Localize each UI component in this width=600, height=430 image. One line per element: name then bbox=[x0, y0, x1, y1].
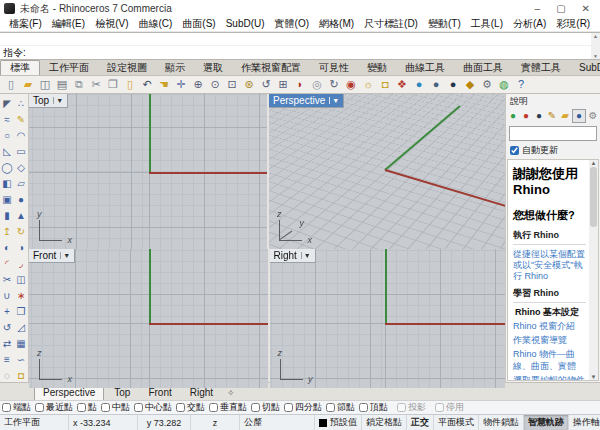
libraries-icon[interactable]: ▰ bbox=[559, 110, 571, 122]
viewport-front[interactable]: Front▼ zx bbox=[29, 249, 268, 388]
osnap-item[interactable]: 四分點 bbox=[284, 401, 322, 414]
close-button[interactable]: ✕ bbox=[582, 3, 590, 15]
chevron-down-icon[interactable]: ▼ bbox=[329, 97, 341, 104]
chevron-down-icon[interactable]: ▼ bbox=[53, 97, 65, 104]
select-arrow-icon[interactable]: ◤ bbox=[0, 95, 14, 111]
scroll-up-icon[interactable]: ▲ bbox=[591, 160, 597, 166]
osnap-checkbox[interactable] bbox=[2, 403, 11, 412]
polyline-icon[interactable]: ◺ bbox=[0, 143, 14, 159]
menu-item[interactable]: 曲線(C) bbox=[133, 17, 177, 31]
toolbar-tab[interactable]: 顯示 bbox=[156, 61, 194, 75]
box-icon[interactable]: ▣ bbox=[0, 191, 14, 207]
osnap-checkbox[interactable] bbox=[435, 403, 444, 412]
toolbar-tab[interactable]: SubD 工具 bbox=[570, 61, 600, 75]
options-gear-icon[interactable]: ⚙ bbox=[479, 77, 495, 92]
osnap-item[interactable]: 交點 bbox=[176, 401, 205, 414]
status-cell[interactable]: 平面模式 bbox=[434, 415, 479, 430]
import-icon[interactable]: ⧉ bbox=[71, 77, 87, 92]
toolbar-tab[interactable]: 選取 bbox=[194, 61, 232, 75]
split-icon[interactable]: ◫ bbox=[14, 271, 28, 287]
menu-item[interactable]: 面板(P) bbox=[595, 17, 600, 31]
help-search-input[interactable] bbox=[509, 126, 597, 141]
status-cell[interactable]: 正交 bbox=[407, 415, 434, 430]
paste-icon[interactable]: ▯ bbox=[122, 77, 138, 92]
scroll-down-icon[interactable]: ▼ bbox=[591, 374, 597, 380]
osnap-checkbox[interactable] bbox=[326, 403, 335, 412]
osnap-checkbox[interactable] bbox=[77, 403, 86, 412]
osnap-checkbox[interactable] bbox=[359, 403, 368, 412]
osnap-item[interactable]: 停用 bbox=[435, 401, 464, 414]
menu-item[interactable]: 分析(A) bbox=[508, 17, 551, 31]
copy-icon[interactable]: ❐ bbox=[105, 77, 121, 92]
toolbar-tab[interactable]: 設定視圖 bbox=[98, 61, 156, 75]
viewport-perspective[interactable]: Perspective▼ z y x bbox=[269, 94, 505, 249]
blend-icon[interactable]: ∽ bbox=[14, 351, 28, 367]
osnap-item[interactable]: 節點 bbox=[326, 401, 355, 414]
cone-icon[interactable]: ▲ bbox=[14, 207, 28, 223]
help-content-item[interactable]: 選取要編輯的物件 bbox=[513, 375, 586, 381]
viewport-top[interactable]: Top▼ yx bbox=[29, 94, 267, 249]
menu-item[interactable]: 檢視(V) bbox=[90, 17, 133, 31]
arc-icon[interactable]: ◠ bbox=[14, 127, 28, 143]
osnap-checkbox[interactable] bbox=[134, 403, 143, 412]
toolbar-tab[interactable]: 標準 bbox=[0, 60, 40, 75]
help-question-icon[interactable]: ? bbox=[513, 77, 529, 92]
osnap-checkbox[interactable] bbox=[251, 403, 260, 412]
toolbar-tab[interactable]: 可見性 bbox=[310, 61, 358, 75]
lock-tool-icon[interactable]: ◘ bbox=[14, 367, 28, 383]
chamfer-icon[interactable]: ◞ bbox=[14, 255, 28, 271]
osnap-checkbox[interactable] bbox=[101, 403, 110, 412]
osnap-checkbox[interactable] bbox=[209, 403, 218, 412]
material-icon[interactable]: ◆ bbox=[462, 77, 478, 92]
panel-gear-icon[interactable]: ⚙ bbox=[587, 110, 599, 122]
boolean-difference-icon[interactable]: ◑ bbox=[14, 239, 28, 255]
status-cell[interactable]: 公釐 bbox=[240, 415, 315, 430]
fillet-icon[interactable]: ◜ bbox=[0, 255, 14, 271]
lamp-icon[interactable]: ☼ bbox=[360, 77, 376, 92]
toolbar-tab[interactable]: 實體工具 bbox=[512, 61, 570, 75]
command-prompt[interactable]: 指令: bbox=[3, 46, 26, 60]
move-tool-icon[interactable]: + bbox=[0, 303, 14, 319]
display-icon[interactable]: ● bbox=[533, 110, 545, 122]
menu-item[interactable]: 檔案(F) bbox=[4, 17, 47, 31]
status-cell[interactable]: x -33.234 bbox=[69, 415, 138, 430]
status-cell[interactable]: y 73.282 bbox=[138, 415, 191, 430]
osnap-checkbox[interactable] bbox=[397, 403, 406, 412]
command-history[interactable] bbox=[0, 33, 600, 46]
command-scrollbar[interactable]: ▲▼ bbox=[591, 33, 600, 59]
sphere-icon[interactable]: ● bbox=[14, 191, 28, 207]
new-viewport-tab-icon[interactable]: ✧ bbox=[223, 388, 239, 400]
ghosted-display-icon[interactable]: ● bbox=[445, 77, 461, 92]
osnap-item[interactable]: 垂直點 bbox=[209, 401, 247, 414]
copy-tool-icon[interactable]: ❐ bbox=[14, 303, 28, 319]
menu-item[interactable]: 實體(O) bbox=[270, 17, 314, 31]
control-point-curve-icon[interactable]: ≈ bbox=[0, 111, 14, 127]
lock-icon[interactable]: ◘ bbox=[377, 77, 393, 92]
new-file-icon[interactable]: ▯ bbox=[3, 77, 19, 92]
menu-item[interactable]: 網格(M) bbox=[314, 17, 359, 31]
revolve-icon[interactable]: ↻ bbox=[14, 223, 28, 239]
menu-item[interactable]: 變動(T) bbox=[423, 17, 466, 31]
surface-icon[interactable]: ◧ bbox=[0, 175, 14, 191]
help-icon[interactable]: ● bbox=[572, 109, 586, 123]
osnap-checkbox[interactable] bbox=[176, 403, 185, 412]
gumball-icon[interactable]: ◉ bbox=[343, 77, 359, 92]
chevron-down-icon[interactable]: ▼ bbox=[60, 252, 72, 259]
toolbar-tab[interactable]: 工作平面 bbox=[40, 61, 98, 75]
undo-icon[interactable]: ↶ bbox=[139, 77, 155, 92]
help-content-item[interactable]: Rhino 物件—曲線、曲面、實體 bbox=[513, 349, 586, 372]
osnap-item[interactable]: 中點 bbox=[101, 401, 130, 414]
plane-icon[interactable]: ▱ bbox=[14, 175, 28, 191]
materials-icon[interactable]: ✎ bbox=[546, 110, 558, 122]
zoom-window-icon[interactable]: ⊡ bbox=[224, 77, 240, 92]
help-scrollbar[interactable]: ▲ ▼ bbox=[589, 160, 598, 380]
status-cell[interactable]: 鎖定格點 bbox=[362, 415, 407, 430]
rotate-tool-icon[interactable]: ↺ bbox=[0, 319, 14, 335]
minimize-button[interactable]: – bbox=[535, 3, 541, 15]
status-cell[interactable]: 預設值 bbox=[315, 415, 362, 430]
viewport-right[interactable]: Right▼ zy bbox=[270, 249, 506, 388]
properties-icon[interactable]: ● bbox=[507, 110, 519, 122]
toolbar-tab[interactable]: 曲面工具 bbox=[454, 61, 512, 75]
menu-item[interactable]: 工具(L) bbox=[466, 17, 508, 31]
osnap-item[interactable]: 端點 bbox=[2, 401, 31, 414]
